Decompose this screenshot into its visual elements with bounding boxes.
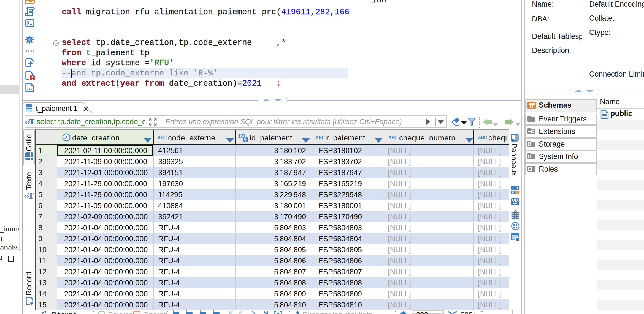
svg-text:{x}: {x} (27, 87, 32, 91)
svg-text:T: T (28, 191, 34, 201)
